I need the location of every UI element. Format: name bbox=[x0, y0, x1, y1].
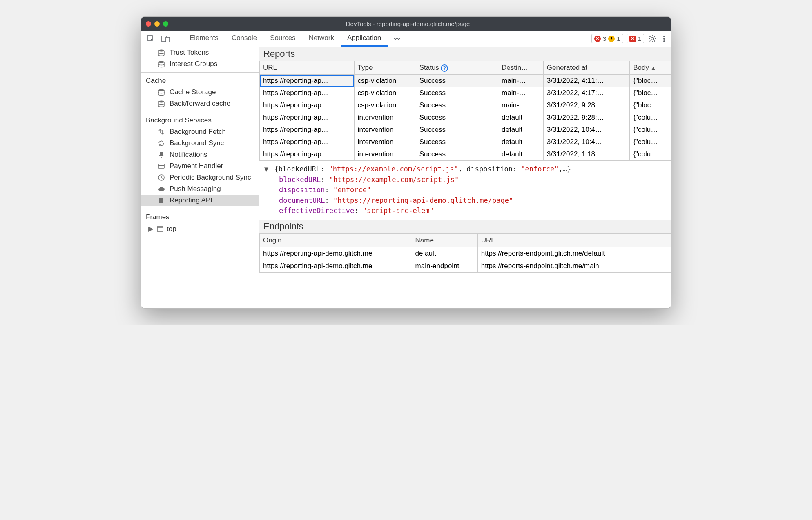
cell-type: intervention bbox=[354, 124, 416, 136]
cell-dest: main-… bbox=[498, 87, 544, 99]
main-content: Reports URL Type Status? Destin… Generat… bbox=[259, 47, 671, 308]
col-status[interactable]: Status? bbox=[416, 61, 498, 75]
devtools-window: DevTools - reporting-api-demo.glitch.me/… bbox=[141, 16, 671, 309]
sidebar-item-notifications[interactable]: Notifications bbox=[141, 149, 259, 160]
issues-badge[interactable]: ✕ 1 bbox=[627, 34, 644, 43]
cell-status: Success bbox=[416, 99, 498, 111]
console-errors-badge[interactable]: ✕ 3 ! 1 bbox=[591, 34, 623, 43]
col-destination[interactable]: Destin… bbox=[498, 61, 544, 75]
more-tabs-icon[interactable] bbox=[389, 33, 405, 44]
col-endpoint-url[interactable]: URL bbox=[477, 234, 671, 247]
cell-dest: default bbox=[498, 148, 544, 160]
minimize-window-button[interactable] bbox=[154, 21, 160, 27]
cell-dest: default bbox=[498, 124, 544, 136]
cell-type: csp-violation bbox=[354, 87, 416, 99]
cell-status: Success bbox=[416, 87, 498, 99]
col-body[interactable]: Body▲ bbox=[630, 61, 671, 75]
table-row[interactable]: https://reporting-ap…csp-violationSucces… bbox=[260, 75, 671, 87]
help-icon[interactable]: ? bbox=[441, 64, 448, 72]
json-property: effectiveDirective: "script-src-elem" bbox=[264, 206, 666, 216]
sidebar-item-label: Background Fetch bbox=[170, 128, 226, 136]
disclosure-icon[interactable]: ▼ bbox=[264, 165, 268, 173]
window-controls bbox=[146, 21, 168, 27]
cell-type: csp-violation bbox=[354, 99, 416, 111]
col-type[interactable]: Type bbox=[354, 61, 416, 75]
sidebar-item-periodic-bg[interactable]: Periodic Background Sync bbox=[141, 172, 259, 183]
database-icon bbox=[157, 60, 165, 68]
endpoints-heading: Endpoints bbox=[259, 220, 671, 234]
endpoints-table: Origin Name URL https://reporting-api-de… bbox=[259, 234, 671, 273]
cell-body: {"bloc… bbox=[630, 75, 671, 87]
table-row[interactable]: https://reporting-ap…csp-violationSucces… bbox=[260, 99, 671, 111]
table-row[interactable]: https://reporting-api-demo.glitch.medefa… bbox=[260, 247, 671, 260]
cell-url: https://reporting-ap… bbox=[260, 148, 355, 160]
sort-asc-icon: ▲ bbox=[651, 65, 656, 71]
cell-url: https://reporting-ap… bbox=[260, 99, 355, 111]
separator bbox=[178, 34, 178, 43]
cell-type: csp-violation bbox=[354, 75, 416, 87]
cell-body: {"colu… bbox=[630, 148, 671, 160]
sidebar-frame-top[interactable]: ▶ top bbox=[141, 223, 259, 235]
sidebar-item-label: Reporting API bbox=[170, 196, 212, 204]
cell-status: Success bbox=[416, 124, 498, 136]
tab-elements[interactable]: Elements bbox=[183, 31, 225, 47]
inspect-element-icon[interactable] bbox=[144, 33, 157, 44]
tab-sources[interactable]: Sources bbox=[263, 31, 302, 47]
sidebar-item-bg-fetch[interactable]: Background Fetch bbox=[141, 126, 259, 138]
sidebar-item-cache-storage[interactable]: Cache Storage bbox=[141, 87, 259, 98]
reports-header-row: URL Type Status? Destin… Generated at Bo… bbox=[260, 61, 671, 75]
cell-gen: 3/31/2022, 10:4… bbox=[543, 136, 629, 148]
sidebar-item-bf-cache[interactable]: Back/forward cache bbox=[141, 98, 259, 109]
cell-url: https://reports-endpoint.glitch.me/defau… bbox=[477, 247, 671, 260]
cell-dest: main-… bbox=[498, 75, 544, 87]
cell-body: {"colu… bbox=[630, 124, 671, 136]
sidebar-item-payment-handler[interactable]: Payment Handler bbox=[141, 160, 259, 172]
sidebar-heading-bg-services[interactable]: Background Services bbox=[141, 112, 259, 126]
json-property: disposition: "enforce" bbox=[264, 185, 666, 196]
cell-type: intervention bbox=[354, 148, 416, 160]
device-toggle-icon[interactable] bbox=[159, 33, 173, 44]
col-url[interactable]: URL bbox=[260, 61, 355, 75]
sidebar-item-push-messaging[interactable]: Push Messaging bbox=[141, 183, 259, 195]
sidebar-item-trust-tokens[interactable]: Trust Tokens bbox=[141, 47, 259, 58]
tab-application[interactable]: Application bbox=[341, 31, 388, 47]
table-row[interactable]: https://reporting-ap…interventionSuccess… bbox=[260, 136, 671, 148]
sidebar-item-interest-groups[interactable]: Interest Groups bbox=[141, 58, 259, 70]
cell-status: Success bbox=[416, 111, 498, 124]
report-detail-json[interactable]: ▼ {blockedURL: "https://example.com/scri… bbox=[259, 160, 671, 220]
table-row[interactable]: https://reporting-ap…interventionSuccess… bbox=[260, 148, 671, 160]
status-badges: ✕ 3 ! 1 ✕ 1 bbox=[591, 34, 644, 43]
cell-origin: https://reporting-api-demo.glitch.me bbox=[260, 260, 412, 272]
sidebar-item-label: Trust Tokens bbox=[170, 49, 209, 57]
col-name[interactable]: Name bbox=[412, 234, 477, 247]
sidebar-item-bg-sync[interactable]: Background Sync bbox=[141, 138, 259, 149]
table-row[interactable]: https://reporting-ap…interventionSuccess… bbox=[260, 111, 671, 124]
col-generated[interactable]: Generated at bbox=[543, 61, 629, 75]
table-row[interactable]: https://reporting-api-demo.glitch.memain… bbox=[260, 260, 671, 272]
json-property: documentURL: "https://reporting-api-demo… bbox=[264, 196, 666, 206]
reports-heading: Reports bbox=[259, 47, 671, 61]
tab-console[interactable]: Console bbox=[225, 31, 263, 47]
expand-icon: ▶ bbox=[148, 224, 154, 233]
sidebar-item-reporting-api[interactable]: Reporting API bbox=[141, 195, 259, 206]
cell-gen: 3/31/2022, 1:18:… bbox=[543, 148, 629, 160]
panel-body: Trust Tokens Interest Groups Cache Cache… bbox=[141, 47, 671, 308]
close-window-button[interactable] bbox=[146, 21, 151, 27]
table-row[interactable]: https://reporting-ap…interventionSuccess… bbox=[260, 124, 671, 136]
cell-status: Success bbox=[416, 136, 498, 148]
col-origin[interactable]: Origin bbox=[260, 234, 412, 247]
tab-network[interactable]: Network bbox=[302, 31, 341, 47]
cell-gen: 3/31/2022, 4:17:… bbox=[543, 87, 629, 99]
cell-gen: 3/31/2022, 9:28:… bbox=[543, 111, 629, 124]
settings-icon[interactable] bbox=[646, 35, 659, 43]
table-row[interactable]: https://reporting-ap…csp-violationSucces… bbox=[260, 87, 671, 99]
card-icon bbox=[157, 162, 165, 170]
sidebar-heading-cache[interactable]: Cache bbox=[141, 72, 259, 87]
sidebar-item-label: Cache Storage bbox=[170, 88, 216, 96]
maximize-window-button[interactable] bbox=[163, 21, 168, 27]
more-options-icon[interactable] bbox=[660, 35, 668, 43]
clock-icon bbox=[157, 173, 165, 182]
cell-url: https://reports-endpoint.glitch.me/main bbox=[477, 260, 671, 272]
cell-dest: main-… bbox=[498, 99, 544, 111]
sidebar-heading-frames[interactable]: Frames bbox=[141, 209, 259, 223]
